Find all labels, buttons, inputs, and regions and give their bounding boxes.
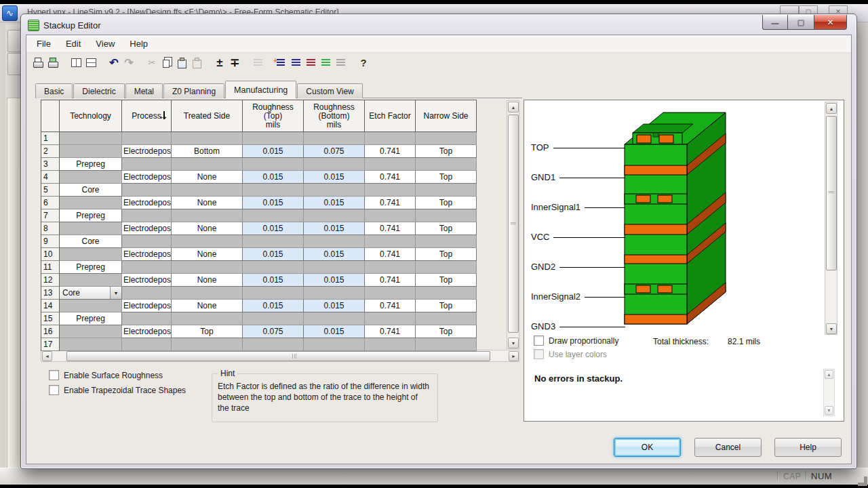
chevron-down-icon[interactable]: ▼ (110, 287, 121, 299)
print-color-icon[interactable] (45, 56, 60, 69)
row-number-7[interactable]: 7 (41, 209, 60, 222)
row-number-4[interactable]: 4 (41, 171, 60, 184)
preview-vscroll-thumb[interactable] (826, 116, 837, 270)
cell-roughness-top-10[interactable]: 0.015 (243, 248, 304, 261)
tab-custom-view[interactable]: Custom View (297, 83, 362, 98)
column-header-roughness-bottom[interactable]: Roughness (Bottom) mils (304, 100, 365, 132)
draw-proportionally-checkbox[interactable] (534, 336, 544, 346)
unused-layers-icon[interactable] (333, 56, 348, 69)
column-header-corner[interactable] (41, 100, 60, 132)
cell-process-6[interactable]: Electrodeposit (122, 197, 172, 209)
enable-surface-roughness-checkbox[interactable] (49, 370, 59, 380)
cell-treated-side-6[interactable]: None (172, 197, 243, 209)
cell-treated-side-2[interactable]: Bottom (172, 145, 243, 158)
row-number-6[interactable]: 6 (41, 197, 60, 209)
tab-metal[interactable]: Metal (125, 83, 163, 98)
cell-process-8[interactable]: Electrodeposit (122, 222, 172, 235)
cell-etch-factor-8[interactable]: 0.741 (365, 222, 416, 235)
tab-basic[interactable]: Basic (35, 83, 73, 98)
cell-technology-9[interactable]: Core (60, 235, 122, 248)
undo-icon[interactable] (106, 56, 121, 69)
cell-process-12[interactable]: Electrodeposit (122, 274, 172, 287)
cell-process-10[interactable]: Electrodeposit (122, 248, 172, 261)
cell-etch-factor-12[interactable]: 0.741 (365, 274, 416, 287)
row-number-1[interactable]: 1 (41, 132, 60, 145)
cell-treated-side-10[interactable]: None (172, 248, 243, 261)
cell-roughness-top-6[interactable]: 0.015 (243, 197, 304, 209)
cell-narrow-side-14[interactable]: Top (416, 300, 477, 312)
cell-roughness-bottom-2[interactable]: 0.075 (304, 145, 365, 158)
cell-technology-11[interactable]: Prepreg (60, 261, 122, 274)
cell-technology-13[interactable]: Core▼ (60, 287, 122, 300)
cell-treated-side-12[interactable]: None (172, 274, 243, 287)
split-vertical-icon[interactable] (68, 56, 83, 69)
cell-etch-factor-14[interactable]: 0.741 (365, 300, 416, 312)
cell-technology-3[interactable]: Prepreg (60, 158, 122, 171)
close-button[interactable]: ✕ (814, 15, 847, 30)
cell-technology-7[interactable]: Prepreg (60, 209, 122, 222)
enable-trapezoidal-checkbox[interactable] (49, 385, 59, 395)
row-number-16[interactable]: 16 (41, 325, 60, 338)
plane-layers-icon[interactable] (303, 56, 318, 69)
scroll-up-button[interactable]: ▲ (508, 102, 519, 113)
row-number-12[interactable]: 12 (41, 274, 60, 287)
cell-technology-15[interactable]: Prepreg (60, 312, 122, 325)
add-layer-below-icon[interactable] (227, 56, 242, 69)
ok-button[interactable]: OK (614, 438, 681, 457)
cell-roughness-bottom-6[interactable]: 0.015 (304, 197, 365, 209)
cell-narrow-side-12[interactable]: Top (416, 274, 477, 287)
cell-roughness-top-12[interactable]: 0.015 (243, 274, 304, 287)
column-header-treated-side[interactable]: Treated Side (172, 100, 243, 132)
cell-roughness-top-16[interactable]: 0.075 (243, 325, 304, 338)
cell-narrow-side-6[interactable]: Top (416, 197, 477, 209)
scroll-left-button[interactable]: ◄ (42, 351, 52, 361)
cell-roughness-bottom-4[interactable]: 0.015 (304, 171, 365, 184)
dielectric-layers-icon[interactable] (318, 56, 333, 69)
cell-process-2[interactable]: Electrodeposit (122, 145, 172, 158)
help-button[interactable]: Help (774, 438, 842, 457)
column-header-etch-factor[interactable]: Etch Factor (365, 100, 416, 132)
cell-etch-factor-10[interactable]: 0.741 (365, 248, 416, 261)
menu-help[interactable]: Help (122, 36, 155, 52)
cell-treated-side-14[interactable]: None (172, 300, 243, 312)
cell-roughness-top-14[interactable]: 0.015 (243, 300, 304, 312)
grid-vscroll-thumb[interactable] (508, 115, 519, 333)
scroll-down-button[interactable]: ▼ (826, 323, 837, 334)
tab-z0-planning[interactable]: Z0 Planning (163, 83, 224, 98)
cell-etch-factor-4[interactable]: 0.741 (365, 171, 416, 184)
maximize-button[interactable]: ▢ (787, 15, 814, 30)
menu-view[interactable]: View (88, 36, 122, 52)
paste-special-icon[interactable] (174, 56, 189, 69)
add-stackup-layer-icon[interactable] (273, 56, 288, 69)
metal-layers-icon[interactable] (288, 56, 303, 69)
cell-technology-5[interactable]: Core (60, 184, 122, 197)
cell-roughness-bottom-12[interactable]: 0.015 (304, 274, 365, 287)
scroll-down-button[interactable]: ▼ (508, 338, 519, 348)
column-header-roughness-top[interactable]: Roughness (Top) mils (243, 100, 304, 132)
cell-treated-side-4[interactable]: None (172, 171, 243, 184)
cell-process-16[interactable]: Electrodeposit (122, 325, 172, 338)
tab-manufacturing[interactable]: Manufacturing (225, 81, 296, 98)
split-horizontal-icon[interactable] (83, 56, 98, 69)
cell-roughness-bottom-10[interactable]: 0.015 (304, 248, 365, 261)
help-icon[interactable] (356, 56, 371, 69)
cell-roughness-top-2[interactable]: 0.015 (243, 145, 304, 158)
row-number-17[interactable]: 17 (41, 338, 60, 351)
cell-etch-factor-6[interactable]: 0.741 (365, 197, 416, 209)
cell-narrow-side-4[interactable]: Top (416, 171, 477, 184)
cell-etch-factor-2[interactable]: 0.741 (365, 145, 416, 158)
row-number-13[interactable]: 13 (41, 287, 60, 300)
cell-process-14[interactable]: Electrodeposit (122, 300, 172, 312)
grid-hscroll-thumb[interactable] (66, 351, 490, 361)
row-number-3[interactable]: 3 (41, 158, 60, 171)
cell-process-4[interactable]: Electrodeposit (122, 171, 172, 184)
grid-hscrollbar[interactable]: ◄ ► (41, 350, 519, 362)
row-number-10[interactable]: 10 (41, 248, 60, 261)
row-number-9[interactable]: 9 (41, 235, 60, 248)
cell-roughness-top-4[interactable]: 0.015 (243, 171, 304, 184)
scroll-up-button[interactable]: ▲ (826, 103, 837, 114)
row-number-11[interactable]: 11 (41, 261, 60, 274)
row-number-5[interactable]: 5 (41, 184, 60, 197)
cell-treated-side-16[interactable]: Top (172, 325, 243, 338)
row-number-2[interactable]: 2 (41, 145, 60, 158)
